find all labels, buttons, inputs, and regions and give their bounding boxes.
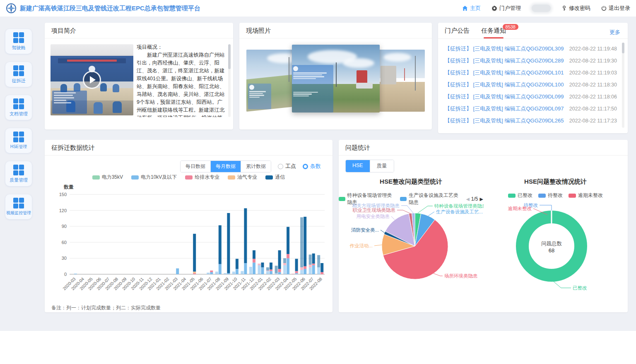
intro-scrollbar[interactable] [228, 44, 231, 117]
donut-legend-item[interactable]: 逾期未整改 [569, 192, 603, 199]
nav-home-label: 主页 [470, 5, 481, 12]
demolition-stats-card: 征拆迁数据统计 每日数据 每月数据 累计数据 工点 条数 电力35kV电力10k… [45, 140, 332, 312]
svg-text:150: 150 [59, 192, 67, 197]
chart-footnote: 备注：列一：计划完成数量；列二：实际完成数量 [51, 304, 161, 311]
notification-row[interactable]: 【征拆迁】 [三电及管线] 编辑工点QGGZ09DL3092022-08-22 … [445, 43, 617, 55]
svg-text:数量: 数量 [63, 184, 74, 190]
pie-chart-title: HSE整改问题类型统计 [339, 178, 483, 186]
bar-legend-item[interactable]: 通信 [265, 174, 285, 181]
range-button-group: 每日数据 每月数据 累计数据 [180, 160, 271, 172]
sidebar-item-label: 文档管理 [10, 111, 28, 117]
tab-hse[interactable]: HSE [346, 160, 370, 172]
brand: 新建广湛高铁湛江段三电及管线迁改工程EPC总承包智慧管理平台 [6, 3, 200, 14]
button-daily-data[interactable]: 每日数据 [181, 161, 210, 172]
notification-time: 2022-08-22 11:17:23 [569, 118, 617, 124]
svg-text:60: 60 [62, 240, 67, 245]
notification-link[interactable]: 【征拆迁】 [三电及管线] 编辑工点QGGZ09DL265 [445, 117, 564, 125]
svg-text:120: 120 [59, 208, 67, 213]
nav-change-password[interactable]: 修改密码 [561, 5, 590, 12]
nav-portal-management[interactable]: 门户管理 [491, 5, 521, 12]
sidebar-item-4[interactable]: 质量管理 [5, 161, 32, 186]
bar-legend-item[interactable]: 给排水专业 [185, 174, 219, 181]
svg-text:30: 30 [62, 256, 67, 261]
sidebar-item-5[interactable]: 视频监控管理 [5, 194, 32, 219]
user-name-redacted[interactable] [532, 5, 551, 12]
donut-chart-title: HSE问题整改情况统计 [483, 178, 628, 186]
notification-row[interactable]: 【征拆迁】 [三电及管线] 编辑工点QGGZ09DL0992022-08-22 … [445, 91, 617, 103]
gear-icon [491, 5, 497, 11]
play-button-icon[interactable] [83, 71, 101, 89]
grid-icon [13, 132, 24, 142]
notification-link[interactable]: 【征拆迁】 [三电及管线] 编辑工点QGGZ09DL101 [445, 69, 564, 77]
svg-text:作业活动...: 作业活动... [349, 243, 373, 248]
svg-text:职业卫生现场类隐患: 职业卫生现场类隐患 [353, 208, 396, 213]
sidebar-item-label: 视频监控管理 [6, 210, 31, 216]
sidebar-item-1[interactable]: 征拆迁 [5, 62, 32, 87]
donut-legend-item[interactable]: 待整改 [538, 192, 563, 199]
more-link[interactable]: 更多 [610, 29, 620, 36]
notification-row[interactable]: 【征拆迁】 [三电及管线] 编辑工点QGGZ09DL0972022-08-22 … [445, 103, 617, 115]
button-cumulative-data[interactable]: 累计数据 [241, 161, 271, 172]
sidebar-item-3[interactable]: HSE管理 [5, 128, 32, 153]
hse-issue-type-pie-chart: 相关方现场管理类隐患职业卫生现场类隐患用电安全类隐患消防安全类...作业活动..… [341, 200, 484, 311]
svg-text:场所环境类隐患: 场所环境类隐患 [444, 273, 478, 278]
tab-quality[interactable]: 质量 [370, 160, 394, 172]
sidebar-item-2[interactable]: 文档管理 [5, 95, 32, 120]
home-icon [462, 5, 468, 11]
notification-link[interactable]: 【征拆迁】 [三电及管线] 编辑工点QGGZ09DL289 [445, 57, 564, 65]
bar-chart-legend: 电力35kV电力10kV及以下给排水专业油气专业通信 [45, 174, 332, 181]
site-photo-center[interactable] [292, 45, 380, 113]
sidebar-item-0[interactable]: 驾驶舱 [5, 29, 32, 54]
notification-link[interactable]: 【征拆迁】 [三电及管线] 编辑工点QGGZ09DL100 [445, 81, 564, 89]
nav-logout[interactable]: 退出登录 [601, 5, 630, 12]
tab-task-notifications[interactable]: 任务通知 8538 [481, 27, 506, 38]
button-monthly-data[interactable]: 每月数据 [210, 161, 241, 172]
site-photo-right[interactable] [379, 50, 425, 112]
bar-legend-item[interactable]: 油气专业 [228, 174, 257, 181]
app-logo-icon [6, 3, 17, 14]
notification-time: 2022-08-22 11:19:48 [569, 46, 617, 52]
notification-time: 2022-08-22 11:17:50 [569, 106, 617, 112]
bar-legend-item[interactable]: 电力35kV [92, 174, 123, 181]
notification-link[interactable]: 【征拆迁】 [三电及管线] 编辑工点QGGZ09DL097 [445, 105, 564, 113]
photo-watermark [292, 65, 333, 113]
notification-row[interactable]: 【征拆迁】 [三电及管线] 编辑工点QGGZ09DL1002022-08-22 … [445, 79, 617, 91]
svg-text:0: 0 [64, 272, 67, 277]
notification-time: 2022-08-22 11:19:03 [569, 70, 617, 76]
notification-row[interactable]: 【征拆迁】 [三电及管线] 编辑工点QGGZ09DL2892022-08-22 … [445, 55, 617, 67]
svg-text:已整改: 已整改 [573, 285, 587, 290]
hse-rectification-donut-chart: 待整改逾期未整改已整改问题总数68 [484, 200, 627, 311]
sidebar-item-label: 驾驶舱 [12, 45, 26, 51]
intro-paragraph: 项目概况： [137, 43, 225, 51]
notices-scrollbar[interactable] [622, 43, 624, 128]
power-icon [601, 5, 607, 11]
radio-worksites[interactable]: 工点 [278, 163, 296, 170]
sidebar-item-label: 征拆迁 [12, 78, 26, 84]
site-photos-title: 现场照片 [239, 23, 432, 38]
svg-text:用电安全类隐患: 用电安全类隐患 [357, 214, 390, 219]
tab-portal-announcements[interactable]: 门户公告 [445, 27, 470, 38]
nav-change-password-label: 修改密码 [569, 5, 590, 12]
notification-list: 【征拆迁】 [三电及管线] 编辑工点QGGZ09DL3092022-08-22 … [445, 43, 617, 127]
top-nav: 主页 门户管理 修改密码 退出登录 [462, 5, 630, 12]
photo-watermark [248, 84, 271, 109]
notification-link[interactable]: 【征拆迁】 [三电及管线] 编辑工点QGGZ09DL099 [445, 93, 564, 101]
project-intro-title: 项目简介 [45, 23, 233, 38]
sidebar-item-label: 质量管理 [10, 177, 28, 183]
notification-row[interactable]: 【征拆迁】 [三电及管线] 编辑工点QGGZ09DL1012022-08-22 … [445, 67, 617, 79]
donut-legend-item[interactable]: 已整改 [508, 192, 532, 199]
nav-home[interactable]: 主页 [462, 5, 481, 12]
nav-logout-label: 退出登录 [609, 5, 630, 12]
grid-icon [13, 198, 24, 208]
notification-link[interactable]: 【征拆迁】 [三电及管线] 编辑工点QGGZ09DL309 [445, 45, 564, 53]
svg-text:问题总数: 问题总数 [541, 241, 562, 247]
radio-count[interactable]: 条数 [303, 163, 321, 170]
intro-video-thumbnail[interactable] [51, 44, 133, 115]
grid-icon [13, 98, 24, 109]
notification-row[interactable]: 【征拆迁】 [三电及管线] 编辑工点QGGZ09DL2652022-08-22 … [445, 115, 617, 127]
svg-text:逾期未整改: 逾期未整改 [508, 206, 532, 211]
issue-stats-card: 问题统计 HSE 质量 HSE整改问题类型统计 HSE问题整改情况统计 特种设备… [339, 140, 628, 312]
app-header: 新建广湛高铁湛江段三电及管线迁改工程EPC总承包智慧管理平台 主页 门户管理 修… [0, 0, 636, 17]
site-photos-card: 现场照片 [239, 23, 432, 129]
bar-legend-item[interactable]: 电力10kV及以下 [131, 174, 177, 181]
